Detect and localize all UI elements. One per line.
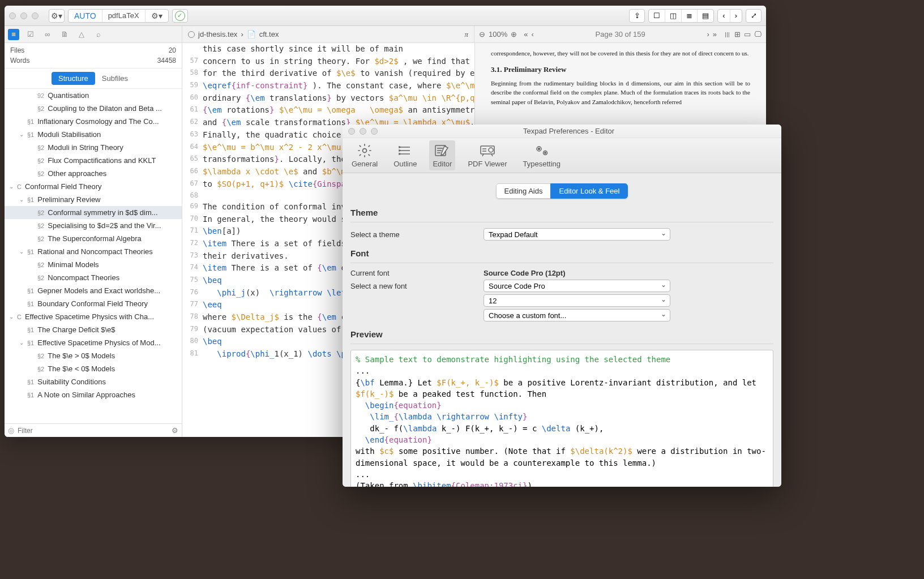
outline-item[interactable]: §2Minimal Models (5, 258, 182, 271)
outline-item[interactable]: §2Conformal symmetry in $d$ dim... (5, 206, 182, 219)
theme-preview: % Sample text to demonstrate highlightin… (350, 350, 773, 487)
prefs-tab-typesetting[interactable]: Typesetting (520, 140, 564, 170)
layout-split-button[interactable]: ≣ (682, 10, 698, 22)
svg-point-12 (489, 148, 493, 152)
expand-icon: ⤢ (751, 11, 757, 20)
editor-subsection-segment: Editing Aids Editor Look & Feel (496, 183, 628, 199)
outline-item[interactable]: §1Gepner Models and Exact worldshe... (5, 284, 182, 297)
infinity-icon: ∞ (45, 30, 50, 38)
words-label: Words (10, 57, 29, 65)
sidebar-view-search[interactable]: ⌕ (93, 29, 104, 40)
breadcrumb-file[interactable]: cft.tex (259, 30, 279, 38)
sidebar-mode-toggle: Structure Subfiles (5, 68, 182, 89)
outline-item[interactable]: ⌄§1Rational and Noncompact Theories (5, 245, 182, 258)
outline-item[interactable]: §2The Superconformal Algebra (5, 232, 182, 245)
outline-item[interactable]: ⌄§1Preliminary Review (5, 193, 182, 206)
outline-tree[interactable]: 92Quantisation§2Coupling to the Dilaton … (5, 89, 182, 423)
svg-point-18 (538, 148, 540, 150)
zoom-window[interactable] (32, 12, 38, 19)
outline-item[interactable]: §2The $\e > 0$ Models (5, 349, 182, 362)
outline-item[interactable]: §1Inflationary Cosmology and The Co... (5, 115, 182, 128)
zoom-out-button[interactable]: ⊖ (479, 30, 485, 38)
theme-value: Texpad Default (489, 230, 538, 239)
current-font-label: Current font (350, 269, 484, 277)
outline-item[interactable]: §2Flux Compactifications and KKLT (5, 154, 182, 167)
theme-select[interactable]: Texpad Default (484, 228, 670, 241)
prefs-titlebar: Texpad Preferences - Editor (343, 125, 781, 138)
outline-item[interactable]: §1The Charge Deficit $\e$ (5, 323, 182, 336)
zoom-in-button[interactable]: ⊕ (511, 30, 517, 38)
custom-font-button[interactable]: Choose a custom font... (484, 309, 670, 321)
outline-item[interactable]: §1Boundary Conformal Field Theory (5, 297, 182, 310)
outline-item[interactable]: ⌄CConformal Field Theory (5, 180, 182, 193)
gear-icon[interactable]: ⚙︎ (172, 426, 178, 435)
outline-item[interactable]: §2Noncompact Theories (5, 271, 182, 284)
theme-label: Select a theme (350, 230, 484, 239)
files-count: 20 (169, 46, 176, 54)
font-size-select[interactable]: 12 (484, 294, 670, 307)
editing-aids-tab[interactable]: Editing Aids (496, 183, 551, 199)
sidebar-view-warnings[interactable]: △ (76, 29, 87, 40)
share-icon: ⇪ (634, 11, 640, 20)
engine-select[interactable]: pdfLaTeX (102, 10, 146, 22)
eye-icon[interactable]: ◎ (8, 426, 14, 435)
nav-back-button[interactable]: ‹ (718, 10, 730, 22)
outline-item[interactable]: 92Quantisation (5, 89, 182, 102)
close-window[interactable] (9, 12, 16, 19)
close-window[interactable] (348, 128, 355, 135)
filter-input[interactable] (18, 427, 168, 435)
prefs-tab-pdf[interactable]: PDF Viewer (464, 140, 510, 170)
zoom-level[interactable]: 100% (489, 30, 507, 38)
typeset-button[interactable]: ✓ (172, 9, 188, 23)
outline-item[interactable]: §2Coupling to the Dilaton and Beta ... (5, 102, 182, 115)
prev-page-button[interactable]: ‹ (531, 30, 533, 38)
warning-icon: △ (79, 30, 84, 38)
pdf-heading: 3.1. Preliminary Review (491, 65, 750, 74)
sidebar-view-links[interactable]: ∞ (42, 29, 53, 40)
font-family-select[interactable]: Source Code Pro (484, 280, 670, 292)
outline-item[interactable]: ⌄§1Effective Spacetime Physics of Mod... (5, 336, 182, 349)
outline-item[interactable]: §2The $\e < 0$ Models (5, 362, 182, 375)
structure-tab[interactable]: Structure (52, 72, 95, 85)
outline-item[interactable]: ⌄CEffective Spacetime Physics with Cha..… (5, 310, 182, 323)
pdf-display-button[interactable]: 🖵 (754, 30, 762, 38)
outline-item[interactable]: §2Other approaches (5, 167, 182, 180)
breadcrumb-file[interactable]: jd-thesis.tex (198, 30, 237, 38)
layout-preview-button[interactable]: ▤ (698, 10, 713, 22)
engine-options-button[interactable]: ⚙︎▾ (146, 10, 168, 22)
fullscreen-button[interactable]: ⤢ (746, 9, 762, 23)
last-page-button[interactable]: » (713, 30, 717, 38)
sidebar-view-outline[interactable]: ≡ (8, 29, 19, 40)
check-icon: ☑ (27, 30, 34, 38)
auto-typeset-toggle[interactable]: AUTO (69, 10, 102, 22)
pdf-view-button[interactable]: ⫼ (724, 30, 731, 38)
files-label: Files (10, 46, 24, 54)
layout-sidebar-button[interactable]: ☐ (649, 10, 665, 22)
chevron-right-icon: › (735, 11, 737, 20)
nav-forward-button[interactable]: › (730, 10, 742, 22)
prefs-tab-outline[interactable]: Outline (390, 140, 420, 170)
traffic-lights (9, 12, 38, 19)
outline-item[interactable]: §1Suitability Conditions (5, 375, 182, 388)
prefs-tab-editor[interactable]: Editor (429, 140, 455, 170)
svg-point-20 (545, 152, 546, 153)
next-page-button[interactable]: › (707, 30, 709, 38)
outline-item[interactable]: §2Specialising to $d=2$ and the Vir... (5, 219, 182, 232)
prefs-tab-general[interactable]: General (348, 140, 381, 170)
export-button[interactable]: ⇪ (629, 9, 645, 23)
sidebar-view-files[interactable]: 🗎 (59, 29, 70, 40)
outline-item[interactable]: ⌄§1Moduli Stabilisation (5, 128, 182, 141)
outline-item[interactable]: §2Moduli in String Theory (5, 141, 182, 154)
minimize-window[interactable] (20, 12, 27, 19)
outline-item[interactable]: §1A Note on Similar Approaches (5, 388, 182, 401)
settings-menu-button[interactable]: ⚙︎▾ (49, 9, 65, 23)
first-page-button[interactable]: « (524, 30, 528, 38)
pi-icon[interactable]: π (464, 30, 468, 39)
svg-point-0 (363, 149, 367, 153)
sidebar-view-todo[interactable]: ☑ (25, 29, 36, 40)
editor-look-feel-tab[interactable]: Editor Look & Feel (550, 183, 628, 199)
pdf-grid-button[interactable]: ⊞ (734, 30, 741, 38)
pdf-present-button[interactable]: ▭ (744, 30, 751, 38)
layout-editor-button[interactable]: ◫ (665, 10, 682, 22)
subfiles-tab[interactable]: Subfiles (95, 72, 135, 85)
